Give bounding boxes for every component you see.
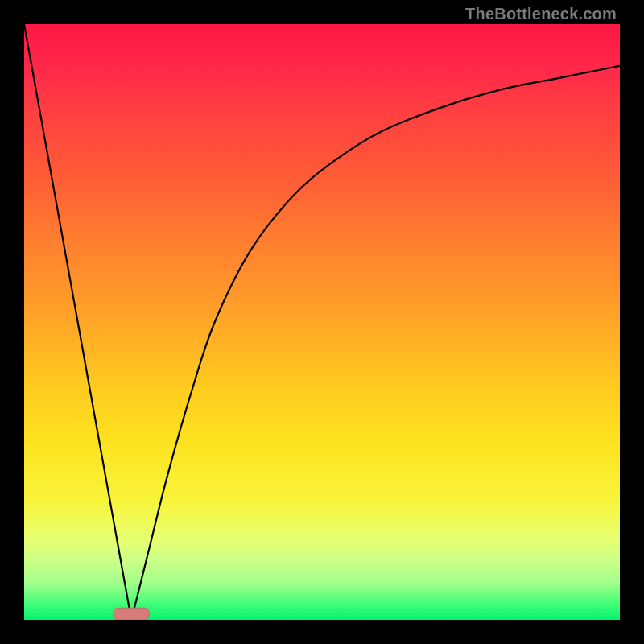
right-curve	[131, 66, 620, 620]
chart-frame: TheBottleneck.com	[0, 0, 644, 644]
watermark-text: TheBottleneck.com	[465, 5, 617, 23]
left-curve	[24, 24, 131, 620]
chart-curves	[24, 24, 620, 620]
plot-area	[24, 24, 620, 620]
bottleneck-marker	[114, 608, 149, 620]
chart-svg	[24, 24, 620, 620]
